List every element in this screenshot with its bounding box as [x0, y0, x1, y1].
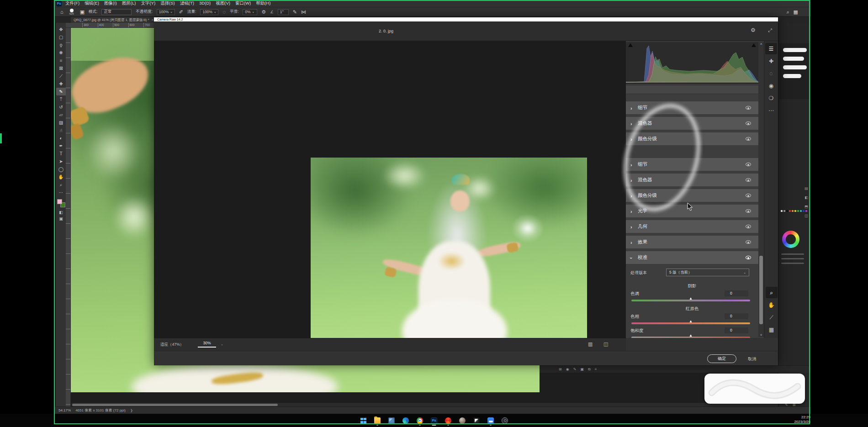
settings-section-header[interactable]: 混色器 [626, 117, 758, 130]
visibility-eye-icon[interactable] [746, 225, 751, 228]
saturation-value-field[interactable]: 0 [725, 327, 748, 333]
split-view-icon[interactable]: ◫ [603, 341, 608, 347]
move-tool-icon[interactable]: ✥ [56, 26, 66, 33]
menu-item[interactable]: 滤镜(T) [180, 0, 194, 6]
histogram[interactable] [626, 42, 758, 84]
hand-tool-icon[interactable]: ✋ [56, 173, 66, 181]
snapshots-icon[interactable]: ❍ [765, 92, 777, 104]
brush-angle-field[interactable]: 1° [278, 9, 289, 15]
zoom-tool-icon[interactable]: ⌕ [766, 287, 778, 298]
panel-icon[interactable]: ◫ [803, 214, 810, 218]
pressure-opacity-icon[interactable]: ✐ [179, 9, 183, 15]
frame-tool-icon[interactable]: ⊠ [56, 64, 66, 72]
white-balance-eyedropper-icon[interactable]: ⟋ [766, 311, 778, 323]
slider-thumb[interactable]: ▲ [689, 297, 693, 300]
brush-preset-picker[interactable]: 625 [68, 9, 76, 15]
gradient-tool-icon[interactable]: ▨ [56, 119, 66, 127]
document-tab[interactable]: QRQ_0677.jpg @ 41% (拷贝图层 1, 图层蒙版/8) * × [71, 17, 156, 23]
brush-stroke-preview[interactable] [783, 48, 807, 52]
cancel-button[interactable]: 取消 [748, 356, 756, 362]
more-tools-icon[interactable]: ⋯ [56, 189, 66, 196]
more-options-icon[interactable]: ⋯ [765, 105, 777, 116]
settings-section-header[interactable]: 效果 [626, 236, 758, 248]
slider-thumb[interactable]: ▲ [689, 334, 693, 337]
visibility-eye-icon[interactable] [746, 194, 751, 197]
visibility-eye-icon[interactable] [746, 240, 751, 244]
quick-select-tool-icon[interactable]: ❋ [56, 49, 66, 57]
visibility-eye-icon[interactable] [746, 209, 751, 213]
flow-select[interactable]: 100%▾ [200, 9, 218, 15]
menu-item[interactable]: 视图(V) [216, 0, 230, 6]
hand-tool-icon[interactable]: ✋ [766, 299, 778, 311]
calibration-section-header[interactable]: 校准 [626, 251, 758, 264]
visibility-eye-icon[interactable] [746, 256, 751, 259]
scrollbar-thumb[interactable] [72, 404, 278, 406]
edit-sliders-icon[interactable]: ☰ [765, 43, 777, 54]
blend-mode-select[interactable]: 正常 [101, 9, 132, 15]
close-icon[interactable]: × [152, 18, 154, 22]
ok-button[interactable]: 确定 [707, 354, 736, 363]
menu-item[interactable]: 文件(F) [65, 0, 79, 6]
taskbar-sphere-app[interactable] [459, 416, 466, 425]
swatch[interactable] [789, 210, 791, 212]
camera-raw-preview-area[interactable] [154, 41, 626, 338]
taskbar-photos-app[interactable] [388, 416, 395, 425]
zoom-level-field[interactable]: 30% [198, 341, 216, 348]
visibility-eye-icon[interactable] [746, 163, 751, 166]
visibility-eye-icon[interactable] [746, 178, 751, 182]
panel-icon[interactable]: ▤ [803, 186, 810, 190]
masking-icon[interactable]: ◌ [765, 68, 777, 79]
menu-item[interactable]: 图层(L) [122, 0, 136, 6]
tint-value-field[interactable]: 0 [725, 290, 748, 296]
shape-tool-icon[interactable]: ◯ [56, 165, 66, 173]
swatch[interactable] [786, 210, 788, 212]
fullscreen-toggle-icon[interactable]: ⤢ [768, 27, 772, 33]
preferences-gear-icon[interactable]: ⚙ [751, 27, 756, 33]
adjustment-layer-icon[interactable]: ▣ [580, 367, 584, 371]
clone-stamp-tool-icon[interactable]: ⍑ [56, 95, 66, 103]
brush-stroke-preview[interactable] [783, 65, 807, 69]
menu-item[interactable]: 3D(D) [199, 0, 211, 6]
opacity-select[interactable]: 100%▾ [157, 9, 175, 15]
taskbar-chrome-browser[interactable] [416, 416, 423, 425]
hue-slider[interactable]: ▲ [631, 322, 750, 324]
zoom-tool-icon[interactable]: ⌕ [56, 181, 66, 189]
home-icon[interactable]: ⌂ [60, 9, 64, 15]
symmetry-butterfly-icon[interactable]: ⋈ [301, 9, 306, 15]
process-version-select[interactable]: 5 版（当前） ⌄ [666, 269, 749, 276]
brush-stroke-preview[interactable] [783, 57, 804, 61]
taskbar-adobe-red-app[interactable] [445, 416, 452, 425]
visibility-eye-icon[interactable] [746, 121, 751, 125]
settings-section-header[interactable]: 几何 [626, 220, 758, 233]
healing-tool-icon[interactable]: ✚ [56, 80, 66, 88]
saturation-slider[interactable]: ▲ [631, 337, 750, 338]
swatch[interactable] [805, 210, 807, 212]
settings-section-header[interactable]: 细节 [626, 101, 758, 114]
panel-icon[interactable]: ⬒ [803, 205, 810, 209]
swatch[interactable] [797, 210, 799, 212]
pen-tool-icon[interactable]: ✒ [56, 142, 66, 150]
horizontal-scrollbar[interactable] [71, 403, 807, 406]
taskbar-edge-browser[interactable] [402, 416, 409, 425]
zoom-percentage[interactable]: 54.17% [58, 408, 71, 412]
workspace-icon[interactable]: ▦ [794, 9, 798, 15]
highlight-clipping-icon[interactable] [752, 43, 756, 47]
menu-item[interactable]: 文字(Y) [141, 0, 155, 6]
swatch[interactable] [781, 210, 783, 212]
scroll-up-icon[interactable]: ˄ [758, 42, 764, 46]
menu-item[interactable]: 帮助(H) [256, 0, 270, 6]
path-select-tool-icon[interactable]: ➤ [56, 158, 66, 165]
pressure-size-icon[interactable]: ✎ [293, 9, 297, 15]
taskbar-photoshop[interactable]: Ps [430, 416, 438, 425]
color-wheel[interactable] [782, 231, 799, 248]
quick-mask-icon[interactable]: ◧ [59, 210, 63, 215]
before-after-view-icon[interactable]: ▥ [588, 341, 593, 347]
brush-tool-icon[interactable]: ✎ [56, 88, 66, 95]
delete-layer-icon[interactable]: ≡ [595, 367, 597, 371]
taskbar-ring-utility-app[interactable] [501, 416, 508, 425]
panel-scrollbar[interactable]: ˄ ˅ [758, 42, 764, 337]
hue-value-field[interactable]: 0 [725, 313, 748, 319]
foreground-color-swatch[interactable] [57, 199, 62, 204]
taskbar-windows-start[interactable] [360, 416, 367, 425]
marquee-tool-icon[interactable]: ▢ [56, 33, 66, 41]
